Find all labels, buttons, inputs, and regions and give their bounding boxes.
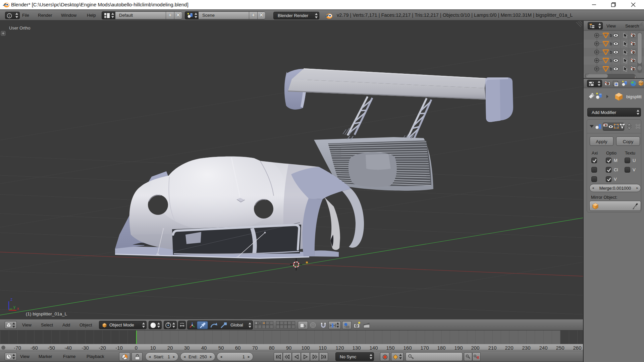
svg-text:b: b bbox=[610, 50, 612, 55]
svg-text:b: b bbox=[610, 42, 612, 46]
svg-text:b: b bbox=[610, 33, 612, 38]
svg-text:z: z bbox=[10, 297, 12, 302]
svg-text:b: b bbox=[610, 58, 612, 63]
svg-text:b: b bbox=[610, 67, 612, 71]
svg-text:(1) bigsplitter_01a_L: (1) bigsplitter_01a_L bbox=[26, 311, 67, 316]
svg-text:y: y bbox=[13, 305, 15, 309]
svg-text:i: i bbox=[9, 14, 10, 18]
svg-text:bigsplitt: bigsplitt bbox=[626, 94, 642, 99]
svg-text:x: x bbox=[17, 306, 19, 310]
svg-text:User Ortho: User Ortho bbox=[9, 25, 31, 31]
